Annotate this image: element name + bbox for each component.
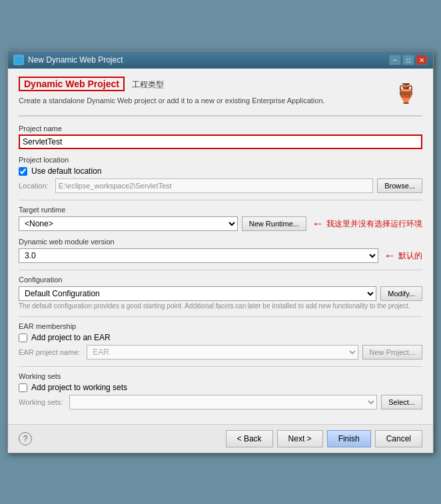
maximize-button[interactable]: □ xyxy=(402,55,414,65)
working-sets-select xyxy=(69,395,377,409)
close-button[interactable]: ✕ xyxy=(416,55,428,65)
minimize-button[interactable]: − xyxy=(389,55,401,65)
target-runtime-label: Target runtime xyxy=(19,206,422,214)
header-description: Create a standalone Dynamic Web project … xyxy=(19,97,389,105)
ear-membership-label: EAR membership xyxy=(19,322,422,330)
configuration-select[interactable]: Default Configuration xyxy=(19,286,376,301)
titlebar: 🌐 New Dynamic Web Project − □ ✕ xyxy=(8,51,433,69)
configuration-label: Configuration xyxy=(19,276,422,284)
back-button[interactable]: < Back xyxy=(226,430,273,447)
location-input[interactable] xyxy=(55,178,373,193)
select-button[interactable]: Select... xyxy=(381,395,422,409)
add-to-ear-checkbox[interactable] xyxy=(19,334,27,342)
web-module-arrow-icon: ← xyxy=(384,250,396,262)
target-runtime-annotation: ← 我这里并没有选择运行环境 xyxy=(312,218,422,230)
header-section: Dynamic Web Project 工程类型 Create a standa… xyxy=(19,77,422,117)
web-module-select[interactable]: 3.0 xyxy=(19,248,378,263)
ear-project-name-select: EAR xyxy=(87,345,358,360)
working-sets-input-label: Working sets: xyxy=(19,398,63,406)
configuration-row: Default Configuration Modify... xyxy=(19,286,422,301)
web-module-section: Dynamic web module version 3.0 ← 默认的 xyxy=(19,238,422,263)
header-title-area: Dynamic Web Project 工程类型 Create a standa… xyxy=(19,77,389,105)
target-runtime-annotation-text: 我这里并没有选择运行环境 xyxy=(326,218,422,230)
target-runtime-row: <None> New Runtime... xyxy=(19,216,306,231)
titlebar-left: 🌐 New Dynamic Web Project xyxy=(13,55,123,65)
footer-buttons: < Back Next > Finish Cancel xyxy=(226,430,422,447)
web-module-annotation: ← 默认的 xyxy=(384,250,422,262)
web-module-label: Dynamic web module version xyxy=(19,238,422,246)
arrow-icon: ← xyxy=(312,218,324,230)
add-to-ear-row: Add project to an EAR xyxy=(19,333,422,342)
header-subtitle: 工程类型 xyxy=(132,80,164,89)
project-name-label: Project name xyxy=(19,125,422,132)
target-runtime-section: Target runtime <None> New Runtime... ← 我… xyxy=(19,206,422,231)
header-title: Dynamic Web Project xyxy=(19,77,125,91)
project-location-title: Project location xyxy=(19,156,422,164)
titlebar-controls: − □ ✕ xyxy=(389,55,428,65)
configuration-description: The default configuration provides a goo… xyxy=(19,302,422,310)
finish-button[interactable]: Finish xyxy=(327,430,371,447)
working-sets-row: Working sets: Select... xyxy=(19,395,422,409)
add-to-ear-label: Add project to an EAR xyxy=(31,333,111,342)
browse-button[interactable]: Browse... xyxy=(377,178,422,193)
project-name-section: Project name xyxy=(19,125,422,149)
main-window: 🌐 New Dynamic Web Project − □ ✕ Dynamic … xyxy=(7,51,434,453)
ear-membership-section: EAR membership Add project to an EAR EAR… xyxy=(19,322,422,360)
use-default-location-row: Use default location xyxy=(19,166,422,176)
add-to-working-sets-row: Add project to working sets xyxy=(19,383,422,392)
help-button[interactable]: ? xyxy=(19,432,32,445)
add-to-working-sets-label: Add project to working sets xyxy=(31,383,127,392)
use-default-location-checkbox[interactable] xyxy=(19,167,27,176)
new-runtime-button[interactable]: New Runtime... xyxy=(242,216,306,231)
window-title: New Dynamic Web Project xyxy=(28,55,123,65)
ear-project-name-row: EAR project name: EAR New Project... xyxy=(19,345,422,360)
location-label: Location: xyxy=(19,182,49,190)
location-row: Location: Browse... xyxy=(19,178,422,193)
add-to-working-sets-checkbox[interactable] xyxy=(19,383,27,392)
modify-button[interactable]: Modify... xyxy=(380,286,422,301)
use-default-location-label: Use default location xyxy=(31,166,101,176)
cancel-button[interactable]: Cancel xyxy=(375,430,422,447)
header-icon: 🏺 xyxy=(389,77,422,110)
ear-project-name-label: EAR project name: xyxy=(19,348,80,356)
project-name-input[interactable] xyxy=(19,134,422,149)
working-sets-section: Working sets Add project to working sets… xyxy=(19,372,422,409)
footer-area: ? < Back Next > Finish Cancel xyxy=(8,424,433,453)
target-runtime-select[interactable]: <None> xyxy=(19,216,238,231)
working-sets-label: Working sets xyxy=(19,372,422,380)
web-module-annotation-text: 默认的 xyxy=(398,250,422,262)
configuration-section: Configuration Default Configuration Modi… xyxy=(19,276,422,310)
new-project-button[interactable]: New Project... xyxy=(362,345,422,360)
footer-left: ? xyxy=(19,432,32,445)
next-button[interactable]: Next > xyxy=(277,430,323,447)
window-icon: 🌐 xyxy=(13,55,24,65)
project-location-section: Project location Use default location Lo… xyxy=(19,156,422,193)
content-area: Dynamic Web Project 工程类型 Create a standa… xyxy=(8,69,433,424)
